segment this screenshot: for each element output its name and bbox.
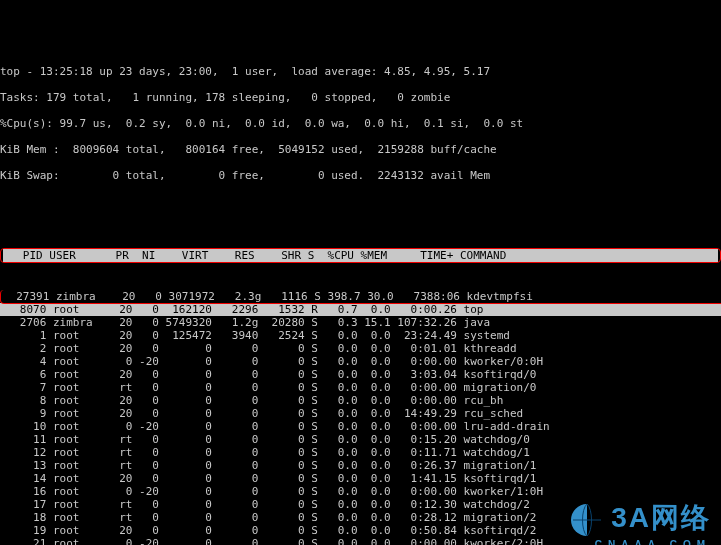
watermark-logo: 3A网络CNAAA.COM	[569, 502, 711, 545]
process-row: 7 root rt 0 0 0 0 S 0.0 0.0 0:00.00 migr…	[0, 381, 721, 394]
watermark-domain: CNAAA.COM	[569, 538, 711, 545]
process-row: 10 root 0 -20 0 0 0 S 0.0 0.0 0:00.00 lr…	[0, 420, 721, 433]
process-row: 11 root rt 0 0 0 0 S 0.0 0.0 0:15.20 wat…	[0, 433, 721, 446]
process-row: 8 root 20 0 0 0 0 S 0.0 0.0 0:00.00 rcu_…	[0, 394, 721, 407]
process-row: 16 root 0 -20 0 0 0 S 0.0 0.0 0:00.00 kw…	[0, 485, 721, 498]
terminal-window: top - 13:25:18 up 23 days, 23:00, 1 user…	[0, 26, 721, 545]
summary-line-1: top - 13:25:18 up 23 days, 23:00, 1 user…	[0, 65, 721, 78]
summary-line-4: KiB Mem : 8009604 total, 800164 free, 50…	[0, 143, 721, 156]
process-row: 8070 root 20 0 162120 2296 1532 R 0.7 0.…	[0, 303, 721, 316]
process-row: 1 root 20 0 125472 3940 2524 S 0.0 0.0 2…	[0, 329, 721, 342]
process-row: 14 root 20 0 0 0 0 S 0.0 0.0 1:41.15 kso…	[0, 472, 721, 485]
process-row: 4 root 0 -20 0 0 0 S 0.0 0.0 0:00.00 kwo…	[0, 355, 721, 368]
column-headers: PID USER PR NI VIRT RES SHR S %CPU %MEM …	[3, 249, 718, 262]
highlight-box: PID USER PR NI VIRT RES SHR S %CPU %MEM …	[0, 248, 721, 263]
process-row: 13 root rt 0 0 0 0 S 0.0 0.0 0:26.37 mig…	[0, 459, 721, 472]
globe-icon	[569, 502, 605, 538]
summary-blank	[0, 195, 721, 208]
process-row: 12 root rt 0 0 0 0 S 0.0 0.0 0:11.71 wat…	[0, 446, 721, 459]
process-row: 6 root 20 0 0 0 0 S 0.0 0.0 3:03.04 ksof…	[0, 368, 721, 381]
summary-line-5: KiB Swap: 0 total, 0 free, 0 used. 22431…	[0, 169, 721, 182]
process-row: 2706 zimbra 20 0 5749320 1.2g 20280 S 0.…	[0, 316, 721, 329]
process-row: 2 root 20 0 0 0 0 S 0.0 0.0 0:01.01 kthr…	[0, 342, 721, 355]
process-row: 27391 zimbra 20 0 3071972 2.3g 1116 S 39…	[0, 290, 721, 303]
summary-line-2: Tasks: 179 total, 1 running, 178 sleepin…	[0, 91, 721, 104]
summary-line-3: %Cpu(s): 99.7 us, 0.2 sy, 0.0 ni, 0.0 id…	[0, 117, 721, 130]
process-row: 9 root 20 0 0 0 0 S 0.0 0.0 14:49.29 rcu…	[0, 407, 721, 420]
